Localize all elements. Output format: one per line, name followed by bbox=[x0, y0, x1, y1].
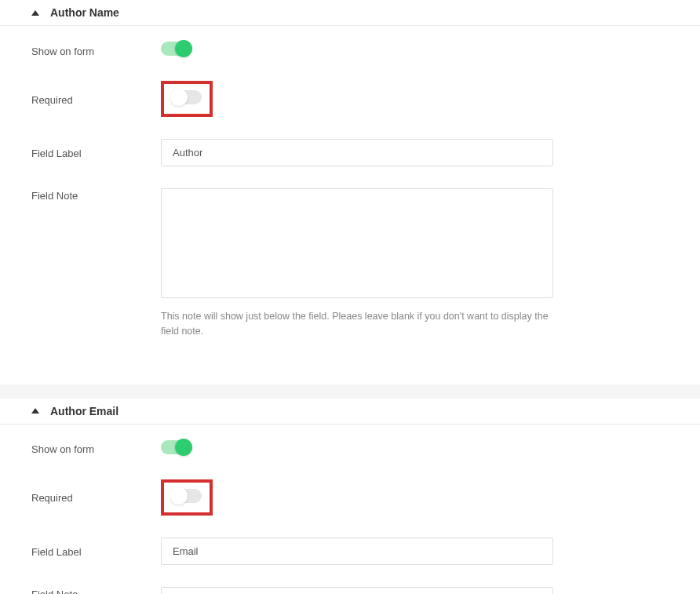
required-highlight bbox=[161, 479, 213, 516]
show-on-form-label: Show on form bbox=[31, 442, 161, 455]
required-row: Required bbox=[31, 479, 669, 516]
required-label: Required bbox=[31, 490, 161, 504]
panel-title: Author Name bbox=[50, 6, 119, 19]
author-email-header[interactable]: Author Email bbox=[0, 399, 700, 425]
field-note-label: Field Note bbox=[31, 188, 161, 202]
field-note-label: Field Note bbox=[31, 587, 161, 595]
field-note-textarea[interactable] bbox=[161, 587, 553, 595]
show-on-form-label: Show on form bbox=[31, 44, 161, 57]
collapse-icon bbox=[31, 408, 39, 414]
field-label-row: Field Label bbox=[31, 139, 669, 166]
required-toggle[interactable] bbox=[172, 489, 202, 503]
author-email-panel: Author Email Show on form Required Fie bbox=[0, 399, 700, 595]
panel-title: Author Email bbox=[50, 405, 118, 417]
required-row: Required bbox=[31, 81, 669, 117]
field-label-label: Field Label bbox=[31, 146, 161, 159]
field-note-row: Field Note This note will show just belo… bbox=[31, 188, 669, 339]
field-note-textarea[interactable] bbox=[161, 188, 553, 298]
show-on-form-toggle[interactable] bbox=[161, 42, 191, 56]
field-label-input[interactable] bbox=[161, 139, 553, 166]
field-note-row: Field Note bbox=[31, 587, 669, 595]
field-note-help: This note will show just below the field… bbox=[161, 309, 553, 339]
collapse-icon bbox=[31, 10, 39, 16]
required-label: Required bbox=[31, 93, 161, 106]
author-name-body: Show on form Required Field Label bbox=[0, 26, 700, 384]
field-label-input[interactable] bbox=[161, 538, 553, 565]
required-toggle[interactable] bbox=[172, 90, 202, 104]
field-label-label: Field Label bbox=[31, 545, 161, 558]
required-highlight bbox=[161, 81, 213, 117]
show-on-form-row: Show on form bbox=[31, 440, 669, 457]
field-label-row: Field Label bbox=[31, 538, 669, 565]
show-on-form-row: Show on form bbox=[31, 42, 669, 59]
author-email-body: Show on form Required Field Label bbox=[0, 425, 700, 595]
author-name-header[interactable]: Author Name bbox=[0, 0, 700, 26]
author-name-panel: Author Name Show on form Required Fiel bbox=[0, 0, 700, 384]
show-on-form-toggle[interactable] bbox=[161, 440, 191, 454]
